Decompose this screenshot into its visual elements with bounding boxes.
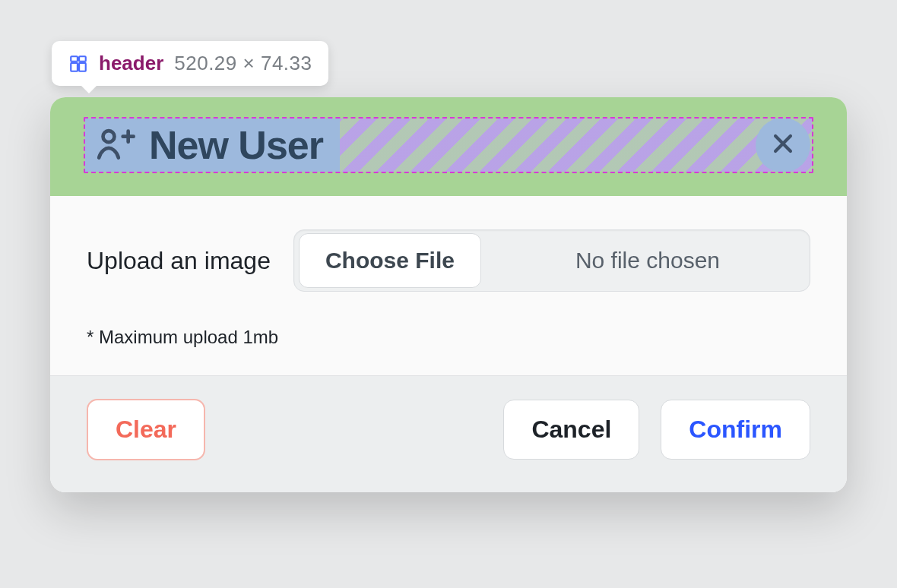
grid-icon bbox=[68, 54, 88, 74]
svg-rect-1 bbox=[79, 56, 86, 62]
devtools-element-tooltip: header 520.29 × 74.33 bbox=[52, 41, 328, 86]
svg-point-4 bbox=[103, 131, 115, 142]
header-title-block: New User bbox=[85, 119, 340, 172]
cancel-button[interactable]: Cancel bbox=[503, 400, 639, 460]
upload-hint: * Maximum upload 1mb bbox=[87, 327, 810, 348]
tooltip-dimensions: 520.29 × 74.33 bbox=[174, 52, 312, 75]
file-status-text: No file chosen bbox=[486, 248, 810, 273]
header-highlight-box: New User bbox=[84, 117, 813, 173]
tooltip-element-name: header bbox=[99, 52, 163, 75]
close-icon bbox=[770, 131, 796, 160]
confirm-button[interactable]: Confirm bbox=[661, 400, 810, 460]
upload-label: Upload an image bbox=[87, 247, 271, 275]
dialog-footer: Clear Cancel Confirm bbox=[50, 375, 847, 492]
close-button[interactable] bbox=[756, 118, 810, 172]
choose-file-button[interactable]: Choose File bbox=[299, 233, 481, 288]
file-input[interactable]: Choose File No file chosen bbox=[293, 229, 810, 292]
svg-rect-0 bbox=[71, 56, 78, 62]
svg-rect-2 bbox=[71, 62, 78, 71]
dialog-title: New User bbox=[149, 122, 323, 168]
new-user-dialog: New User Upload an image Choose File No … bbox=[50, 97, 847, 492]
upload-row: Upload an image Choose File No file chos… bbox=[87, 229, 810, 292]
clear-button[interactable]: Clear bbox=[87, 399, 205, 460]
dialog-body: Upload an image Choose File No file chos… bbox=[50, 196, 847, 375]
dialog-header: New User bbox=[50, 97, 847, 196]
svg-rect-3 bbox=[79, 62, 86, 71]
add-user-icon bbox=[93, 122, 135, 168]
